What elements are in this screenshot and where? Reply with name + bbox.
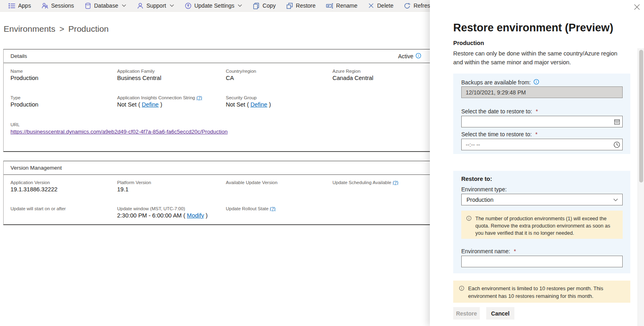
- toolbar-item-copy[interactable]: Copy: [248, 0, 281, 11]
- field-application-family: Application Family Business Central: [117, 69, 161, 81]
- details-card: Details Active Name Production Applicati…: [3, 49, 431, 152]
- database-icon: [85, 2, 91, 9]
- apps-icon: [8, 2, 15, 9]
- chevron-down-icon: [169, 4, 174, 7]
- panel-scrollbar-track: [638, 48, 644, 326]
- modify-update-window-link[interactable]: Modify: [187, 212, 204, 219]
- environment-name-label: Environment name:*: [461, 248, 516, 254]
- field-azure-region: Azure Region Canada Central: [332, 69, 374, 81]
- details-card-title: Details: [10, 53, 27, 59]
- restores-limit-note-box: Each environment is limited to 10 restor…: [453, 281, 630, 303]
- field-update-rollout-state: Update Rollout State (?): [226, 206, 275, 211]
- help-link[interactable]: (?): [392, 180, 398, 185]
- field-url: URL https://businesscentral.dynamics.com…: [10, 122, 228, 135]
- environment-type-value: Production: [466, 197, 493, 203]
- support-icon: [137, 2, 144, 9]
- environment-name-input[interactable]: [461, 256, 623, 267]
- chevron-down-icon: [237, 4, 242, 7]
- restore-button[interactable]: Restore: [453, 307, 480, 320]
- restore-time-label: Select the time to restore to:*: [461, 131, 538, 137]
- breadcrumb-environments[interactable]: Environments: [4, 24, 55, 34]
- toolbar-item-restore[interactable]: Restore: [281, 0, 321, 11]
- restore-date-input-wrap: [461, 116, 623, 127]
- toolbar-item-support[interactable]: Support: [132, 0, 180, 11]
- toolbar-label: Apps: [18, 2, 31, 9]
- restore-date-input[interactable]: [461, 116, 623, 127]
- toolbar-label: Restore: [296, 2, 316, 9]
- rename-icon: [326, 2, 333, 9]
- environment-type-select[interactable]: Production: [461, 194, 623, 205]
- define-app-insights-link[interactable]: Define: [142, 101, 159, 108]
- backups-available-input-wrap: [461, 86, 623, 98]
- sessions-icon: [41, 2, 48, 9]
- required-asterisk: *: [535, 131, 537, 137]
- field-application-insights: Application Insights Connection String (…: [117, 95, 202, 108]
- status-label: Active: [398, 53, 413, 59]
- details-card-header: Details Active: [4, 49, 431, 63]
- toolbar-label: Copy: [262, 2, 276, 9]
- calendar-icon[interactable]: [614, 119, 620, 125]
- field-name: Name Production: [10, 69, 38, 81]
- restore-environment-panel: Restore environment (Preview) Production…: [430, 0, 644, 326]
- version-card-header: Version Management: [4, 161, 431, 175]
- toolbar-label: Update Settings: [194, 2, 235, 9]
- version-management-card: Version Management Application Version 1…: [3, 161, 431, 225]
- required-asterisk: *: [514, 248, 516, 254]
- panel-description: Restore can only be done within the same…: [453, 49, 625, 67]
- field-country-region: Country/region CA: [226, 69, 256, 81]
- breadcrumb: Environments > Production: [4, 24, 109, 34]
- restore-to-heading: Restore to:: [461, 176, 492, 182]
- toolbar-item-update-settings[interactable]: Update Settings: [180, 0, 248, 11]
- environment-url-link[interactable]: https://businesscentral.dynamics.com/a9e…: [10, 129, 228, 135]
- restore-to-section: Restore to: Environment type: Production…: [453, 171, 630, 273]
- field-security-group: Security Group Not Set ( Define ): [226, 95, 271, 108]
- toolbar-label: Rename: [336, 2, 357, 9]
- toolbar-label: Database: [94, 2, 118, 9]
- close-panel-button[interactable]: [632, 3, 642, 12]
- cancel-button[interactable]: Cancel: [486, 307, 514, 320]
- update-settings-icon: [185, 2, 192, 9]
- restores-limit-note-text: Each environment is limited to 10 restor…: [468, 285, 625, 298]
- info-icon: [459, 285, 464, 298]
- field-update-scheduling-available: Update Scheduling Available (?): [332, 180, 398, 185]
- help-link[interactable]: (?): [270, 206, 275, 211]
- required-asterisk: *: [536, 108, 538, 115]
- toolbar-item-apps[interactable]: Apps: [3, 0, 36, 11]
- field-type: Type Production: [10, 95, 38, 108]
- chevron-down-icon: [613, 197, 618, 203]
- toolbar-label: Delete: [377, 2, 393, 9]
- backups-available-label: Backups are available from:: [461, 79, 539, 86]
- restore-time-input[interactable]: [461, 139, 623, 150]
- toolbar-label: Support: [147, 2, 166, 9]
- toolbar-label: Sessions: [51, 2, 74, 9]
- restore-icon: [286, 2, 293, 9]
- restore-time-input-wrap: [461, 139, 623, 150]
- close-icon: [634, 4, 640, 11]
- breadcrumb-current: Production: [68, 24, 109, 34]
- environment-status: Active: [398, 53, 421, 60]
- environment-type-label: Environment type:: [461, 186, 507, 193]
- panel-title: Restore environment (Preview): [453, 22, 613, 34]
- define-security-group-link[interactable]: Define: [250, 101, 267, 108]
- info-icon[interactable]: [415, 53, 421, 60]
- refresh-icon: [404, 2, 411, 9]
- info-icon: [466, 215, 472, 235]
- chevron-down-icon: [122, 4, 126, 7]
- clock-icon[interactable]: [613, 141, 620, 148]
- panel-scrollbar-thumb[interactable]: [639, 50, 643, 182]
- backups-available-input: [461, 86, 623, 98]
- version-card-title: Version Management: [10, 165, 62, 171]
- field-platform-version: Platform Version 19.1: [117, 180, 151, 193]
- environment-name-input-wrap: [461, 256, 623, 267]
- help-link[interactable]: (?): [196, 95, 202, 100]
- copy-icon: [253, 2, 260, 9]
- info-icon[interactable]: [533, 79, 539, 86]
- delete-icon: [368, 2, 374, 9]
- field-update-window: Update window (MST, UTC-7:00) 2:30:00 PM…: [117, 206, 208, 219]
- toolbar-item-delete[interactable]: Delete: [363, 0, 398, 11]
- toolbar-item-database[interactable]: Database: [79, 0, 132, 11]
- toolbar-item-rename[interactable]: Rename: [321, 0, 363, 11]
- toolbar-item-sessions[interactable]: Sessions: [36, 0, 79, 11]
- field-available-update-version: Available Update Version: [226, 180, 277, 186]
- field-update-start: Update will start on or after: [10, 206, 66, 212]
